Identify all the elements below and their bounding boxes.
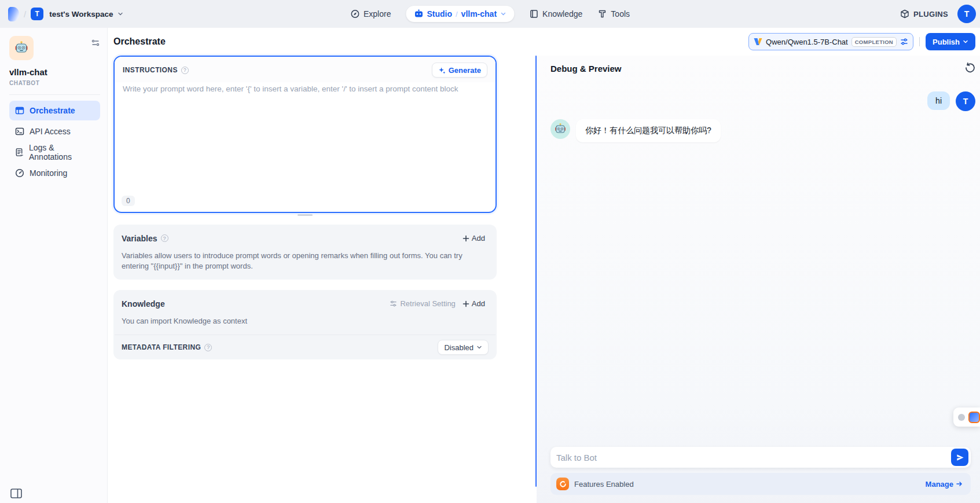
dify-logo[interactable] bbox=[8, 7, 19, 21]
user-chat-avatar: T bbox=[956, 91, 975, 111]
features-bar: Features Enabled Manage bbox=[550, 473, 971, 495]
knowledge-description: You can import Knowledge as context bbox=[113, 314, 497, 335]
chat-input[interactable] bbox=[556, 453, 945, 462]
app-settings-icon[interactable] bbox=[91, 38, 100, 47]
package-icon bbox=[900, 9, 909, 19]
retrieval-setting-icon bbox=[390, 300, 397, 307]
page-title: Orchestrate bbox=[113, 36, 166, 47]
book-icon bbox=[529, 9, 538, 19]
nav-current-app: vllm-chat bbox=[461, 9, 497, 19]
nav-knowledge-label: Knowledge bbox=[542, 9, 582, 19]
nav-explore[interactable]: Explore bbox=[350, 9, 391, 19]
knowledge-card: Knowledge Retrieval Setting Add You can … bbox=[113, 290, 497, 359]
chat-message-user: hi T bbox=[550, 91, 971, 111]
compass-icon bbox=[350, 9, 359, 19]
knowledge-title: Knowledge bbox=[122, 299, 165, 309]
tools-icon bbox=[597, 9, 607, 19]
orchestrate-config-panel: INSTRUCTIONS ? Generate 0 bbox=[113, 56, 497, 359]
sidebar-item-orchestrate[interactable]: Orchestrate bbox=[9, 101, 100, 120]
main-nav: Explore Studio / vllm-chat Knowledge Too… bbox=[350, 0, 630, 28]
sidebar-item-monitoring[interactable]: Monitoring bbox=[9, 163, 100, 183]
dify-mini-logo-icon bbox=[968, 412, 980, 423]
features-enabled-label: Features Enabled bbox=[574, 480, 634, 489]
arrow-right-icon bbox=[956, 480, 963, 487]
vllm-logo-icon bbox=[754, 38, 762, 46]
chevron-down-icon[interactable] bbox=[118, 11, 123, 17]
nav-studio-label: Studio bbox=[427, 9, 452, 19]
help-icon[interactable]: ? bbox=[161, 234, 168, 242]
app-type-badge: CHATBOT bbox=[9, 80, 100, 86]
chevron-down-icon bbox=[476, 344, 482, 350]
top-navigation-bar: / T test's Workspace Explore Studio / vl… bbox=[0, 0, 980, 28]
variables-title: Variables bbox=[122, 234, 157, 243]
nav-studio[interactable]: Studio / vllm-chat bbox=[406, 6, 514, 22]
metadata-filtering-row: METADATA FILTERING ? Disabled bbox=[113, 335, 497, 359]
metadata-filtering-select[interactable]: Disabled bbox=[438, 340, 489, 355]
sparkle-icon bbox=[438, 67, 446, 74]
app-name: vllm-chat bbox=[9, 67, 100, 77]
chevron-down-icon[interactable] bbox=[500, 11, 506, 17]
restart-conversation-button[interactable] bbox=[964, 62, 976, 75]
add-knowledge-button[interactable]: Add bbox=[459, 297, 489, 310]
breadcrumb-slash: / bbox=[24, 9, 26, 19]
user-avatar[interactable]: T bbox=[957, 5, 976, 23]
metadata-filtering-value: Disabled bbox=[444, 343, 474, 352]
user-message-bubble: hi bbox=[927, 91, 950, 110]
help-icon[interactable]: ? bbox=[181, 67, 189, 74]
manage-features-link[interactable]: Manage bbox=[926, 480, 963, 489]
model-selector[interactable]: Qwen/Qwen1.5-7B-Chat COMPLETION bbox=[748, 33, 913, 50]
variables-card: Variables ? Add Variables allow users to… bbox=[113, 225, 497, 280]
debug-preview-panel: Debug & Preview hi T bbox=[537, 56, 980, 503]
nav-explore-label: Explore bbox=[364, 9, 391, 19]
debug-footer: Features Enabled Manage bbox=[550, 442, 971, 503]
app-icon[interactable] bbox=[9, 36, 34, 60]
bot-chat-avatar bbox=[550, 119, 570, 139]
debug-preview-title: Debug & Preview bbox=[550, 64, 622, 74]
sidebar-item-api-access[interactable]: API Access bbox=[9, 122, 100, 141]
model-name: Qwen/Qwen1.5-7B-Chat bbox=[766, 38, 848, 46]
page-header: Orchestrate Qwen/Qwen1.5-7B-Chat COMPLET… bbox=[108, 28, 980, 56]
robot-emoji-icon bbox=[554, 123, 567, 135]
resize-handle[interactable] bbox=[298, 214, 313, 216]
send-button[interactable] bbox=[951, 449, 968, 466]
model-mode-badge: COMPLETION bbox=[851, 37, 897, 47]
sidebar-item-label: Logs & Annotations bbox=[29, 143, 94, 161]
publish-button[interactable]: Publish bbox=[926, 33, 975, 50]
retrieval-setting-button[interactable]: Retrieval Setting bbox=[386, 297, 458, 310]
send-icon bbox=[956, 453, 964, 462]
plugins-button[interactable]: PLUGINS bbox=[900, 9, 948, 19]
collapse-sidebar-icon[interactable] bbox=[10, 489, 22, 498]
nav-tools-label: Tools bbox=[611, 9, 630, 19]
plugins-label: PLUGINS bbox=[913, 10, 948, 19]
plus-icon bbox=[463, 300, 469, 307]
add-label: Add bbox=[472, 299, 485, 308]
bot-message-bubble: 你好！有什么问题我可以帮助你吗? bbox=[576, 119, 721, 142]
variables-description: Variables allow users to introduce promp… bbox=[113, 248, 478, 280]
nav-tools[interactable]: Tools bbox=[597, 9, 630, 19]
instructions-card: INSTRUCTIONS ? Generate 0 bbox=[113, 56, 497, 213]
model-params-icon[interactable] bbox=[900, 38, 908, 46]
features-icon bbox=[556, 478, 569, 490]
add-variable-button[interactable]: Add bbox=[459, 232, 489, 245]
sidebar-item-logs-annotations[interactable]: Logs & Annotations bbox=[9, 142, 100, 162]
app-root: / T test's Workspace Explore Studio / vl… bbox=[0, 0, 980, 503]
drag-dot-icon bbox=[958, 414, 965, 421]
floating-helper-widget[interactable] bbox=[953, 407, 980, 427]
help-icon[interactable]: ? bbox=[204, 344, 212, 351]
app-sidebar: vllm-chat CHATBOT Orchestrate API Access… bbox=[0, 28, 108, 503]
manage-label: Manage bbox=[926, 480, 953, 489]
robot-emoji-icon bbox=[14, 41, 29, 56]
chat-message-assistant: 你好！有什么问题我可以帮助你吗? bbox=[550, 119, 971, 142]
plus-icon bbox=[463, 235, 469, 242]
workspace-avatar[interactable]: T bbox=[31, 8, 43, 20]
retrieval-setting-label: Retrieval Setting bbox=[400, 299, 455, 308]
generate-button[interactable]: Generate bbox=[432, 63, 487, 78]
prompt-input[interactable] bbox=[123, 85, 487, 210]
workspace-name[interactable]: test's Workspace bbox=[49, 10, 113, 19]
restart-icon bbox=[964, 62, 976, 74]
header-separator bbox=[919, 37, 920, 46]
publish-label: Publish bbox=[933, 38, 960, 46]
robot-icon bbox=[414, 9, 423, 19]
metadata-filtering-title: METADATA FILTERING bbox=[122, 343, 201, 351]
nav-knowledge[interactable]: Knowledge bbox=[529, 9, 582, 19]
